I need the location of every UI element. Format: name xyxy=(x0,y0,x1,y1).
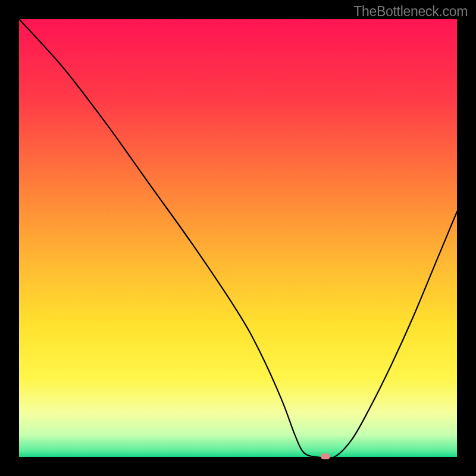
optimal-point-marker xyxy=(321,453,330,459)
plot-area xyxy=(19,19,457,457)
bottleneck-curve xyxy=(19,19,457,457)
watermark-text: TheBottleneck.com xyxy=(353,4,468,20)
